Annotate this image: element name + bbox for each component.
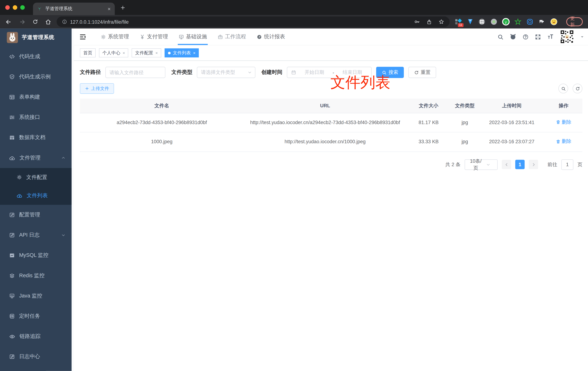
sidebar-item-form-builder[interactable]: 表单构建 [0,87,72,107]
browser-tab[interactable]: 芋道管理系统 [33,3,115,15]
table-row[interactable]: 1000.jpeg http://test.yudao.iocoder.cn/1… [80,132,582,151]
bookmark-star-icon[interactable] [438,19,444,25]
fullscreen-icon[interactable] [535,34,541,40]
tag-file-config[interactable]: 文件配置× [132,48,161,57]
sidebar-item-label: 文件管理 [20,155,41,161]
current-page-button[interactable]: 1 [515,160,525,169]
file-type-select[interactable]: 请选择文件类型 [197,67,255,78]
sidebar-item-config-management[interactable]: 配置管理 [0,205,72,225]
tags-view-bar: 首页 个人中心× 文件配置× 文件列表× [74,45,588,61]
tab-infrastructure[interactable]: 基础设施 [173,29,212,45]
sidebar-collapse-icon[interactable] [79,33,86,40]
sidebar-item-trace[interactable]: 链路追踪 [0,326,72,347]
rabbit-logo-icon [7,32,18,43]
active-dot [168,52,171,54]
sidebar-item-scheduled-tasks[interactable]: 定时任务 [0,306,72,326]
delete-link[interactable]: 删除 [556,137,571,146]
sidebar-item-file-management[interactable]: 文件管理 [0,148,72,168]
window-controls [5,5,25,10]
extension-y-icon[interactable]: y [502,18,510,26]
github-icon[interactable] [510,33,516,40]
tab-workflow[interactable]: 工作流程 [212,29,251,45]
tab-payment-management[interactable]: 支付管理 [134,29,173,45]
sidebar-item-redis-monitor[interactable]: Redis 监控 [0,265,72,286]
extension-gem-icon[interactable] [467,18,473,26]
help-icon[interactable] [523,34,529,40]
close-window-button[interactable] [5,5,10,10]
sidebar-item-code-gen[interactable]: 代码生成 [0,46,72,67]
search-icon[interactable] [497,34,504,40]
refresh-table-button[interactable] [573,84,582,93]
prev-page-button[interactable] [502,160,511,169]
app-header: 系统管理 支付管理 基础设施 工作流程 统计报表 [74,29,588,45]
next-page-button[interactable] [529,160,538,169]
upload-file-button[interactable]: 上传文件 [80,83,114,94]
page-size-select[interactable]: 10条/页 [465,159,498,170]
sidebar-item-file-list[interactable]: 文件列表 [0,186,72,205]
password-key-icon[interactable] [414,19,420,25]
reset-button[interactable]: 重置 [408,67,436,78]
tag-label: 个人中心 [102,50,120,56]
extension-command-icon[interactable] [479,18,485,26]
extension-star-icon[interactable] [514,18,521,26]
chrome-update-button[interactable]: 更新 [566,17,583,26]
table-row[interactable]: a294ecb2-73dd-4353-bf40-296b8931d0bf htt… [80,113,582,132]
home-icon[interactable] [45,19,51,25]
new-tab-button[interactable] [120,5,126,11]
zoom-window-button[interactable] [20,5,25,10]
sidebar-item-label: 配置管理 [19,212,40,218]
tag-close-icon[interactable]: × [193,51,195,55]
sidebar-scrollbar[interactable] [72,29,74,371]
toggle-search-button[interactable] [558,84,568,93]
file-path-input[interactable] [105,67,165,78]
puzzle-extensions-icon[interactable] [538,18,545,26]
chevron-left-icon [504,162,509,167]
extension-pinned-icon[interactable]: 11 [455,18,462,26]
address-bar[interactable]: 127.0.0.1:1024/infra/file/file [57,16,450,27]
reload-icon[interactable] [32,19,38,25]
extension-gray-dot-icon[interactable] [490,18,497,26]
tab-system-management[interactable]: 系统管理 [95,29,134,45]
sidebar-item-api-log[interactable]: API 日志 [0,225,72,245]
tag-close-icon[interactable]: × [123,51,125,55]
sidebar-item-label: Redis 监控 [19,272,45,279]
sidebar-item-file-config[interactable]: 文件配置 [0,168,72,186]
monitor-check-icon [178,34,184,40]
refresh-icon [414,70,419,75]
sidebar-item-label: 表单构建 [19,94,40,100]
minimize-window-button[interactable] [13,5,17,10]
tab-statistics-report[interactable]: 统计报表 [251,29,290,45]
tag-file-list[interactable]: 文件列表× [165,48,199,57]
url-text: 127.0.0.1:1024/infra/file/file [70,19,129,25]
delete-link[interactable]: 删除 [556,118,571,126]
sidebar-item-label: 系统接口 [19,114,40,121]
goto-page-input[interactable] [561,159,573,170]
forward-icon[interactable] [19,19,25,25]
sidebar-item-log-center[interactable]: 日志中心 [0,347,72,367]
tag-home[interactable]: 首页 [80,48,95,57]
extension-eye-icon[interactable] [526,18,533,26]
tab-title: 芋道管理系统 [45,6,107,12]
site-info-icon[interactable] [62,19,67,24]
eye-icon [9,333,15,339]
caret-down-icon[interactable] [580,35,584,39]
gear-icon [16,174,22,180]
sidebar-logo[interactable]: 芋道管理系统 [0,29,72,47]
sidebar-item-label: 代码生成示例 [19,74,51,80]
sidebar-item-mysql-monitor[interactable]: MySQL 监控 [0,245,72,265]
tag-profile[interactable]: 个人中心× [99,48,128,57]
extension-emoji-icon[interactable] [550,18,558,26]
user-avatar[interactable] [560,30,574,44]
tab-close-icon[interactable] [107,7,111,11]
sidebar-item-code-demo[interactable]: 代码生成示例 [0,67,72,87]
share-icon[interactable] [426,19,432,25]
tag-close-icon[interactable]: × [156,51,158,55]
sidebar-item-java-monitor[interactable]: Java 监控 [0,286,72,306]
back-icon[interactable] [5,19,11,25]
chevron-down-icon [61,233,65,237]
extensions-row: 11 y 更新 [455,17,588,26]
sidebar-item-db-doc[interactable]: 数据库文档 [0,127,72,148]
sidebar-item-system-api[interactable]: 系统接口 [0,107,72,127]
font-size-icon[interactable] [547,33,554,40]
col-upload-time: 上传时间 [479,99,545,113]
